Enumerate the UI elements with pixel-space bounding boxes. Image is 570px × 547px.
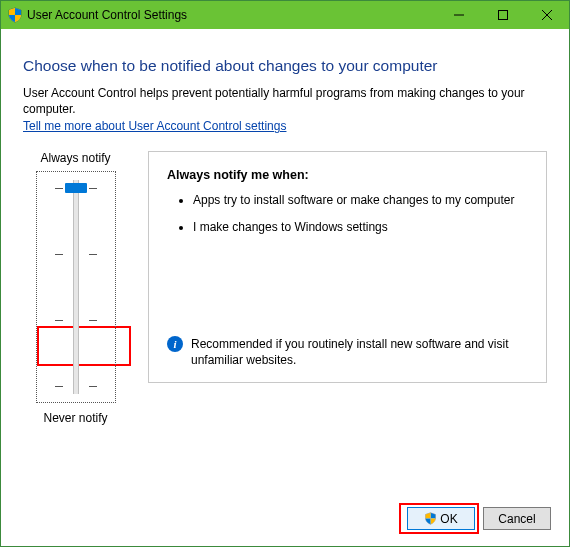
slider-column: Always notify Never notify (23, 151, 128, 425)
recommendation-text: Recommended if you routinely install new… (191, 336, 528, 368)
detail-bullet: Apps try to install software or make cha… (193, 192, 528, 208)
shield-icon (7, 7, 23, 23)
cancel-button[interactable]: Cancel (483, 507, 551, 530)
uac-slider[interactable] (36, 171, 116, 403)
info-icon: i (167, 336, 183, 352)
page-description: User Account Control helps prevent poten… (23, 85, 547, 117)
maximize-button[interactable] (481, 1, 525, 29)
cancel-button-label: Cancel (498, 512, 535, 526)
close-button[interactable] (525, 1, 569, 29)
detail-list: Apps try to install software or make cha… (175, 192, 528, 244)
slider-top-label: Always notify (23, 151, 128, 165)
slider-thumb[interactable] (65, 183, 87, 193)
content-area: Choose when to be notified about changes… (1, 29, 569, 493)
minimize-button[interactable] (437, 1, 481, 29)
detail-bullet: I make changes to Windows settings (193, 219, 528, 235)
page-heading: Choose when to be notified about changes… (23, 57, 547, 75)
titlebar: User Account Control Settings (1, 1, 569, 29)
svg-rect-1 (499, 11, 508, 20)
footer: OK Cancel (1, 493, 569, 546)
window-title: User Account Control Settings (23, 8, 437, 22)
detail-panel: Always notify me when: Apps try to insta… (148, 151, 547, 383)
shield-icon (424, 512, 437, 525)
ok-button-label: OK (440, 512, 457, 526)
ok-button[interactable]: OK (407, 507, 475, 530)
help-link[interactable]: Tell me more about User Account Control … (23, 119, 547, 133)
detail-title: Always notify me when: (167, 168, 528, 182)
slider-bottom-label: Never notify (23, 411, 128, 425)
